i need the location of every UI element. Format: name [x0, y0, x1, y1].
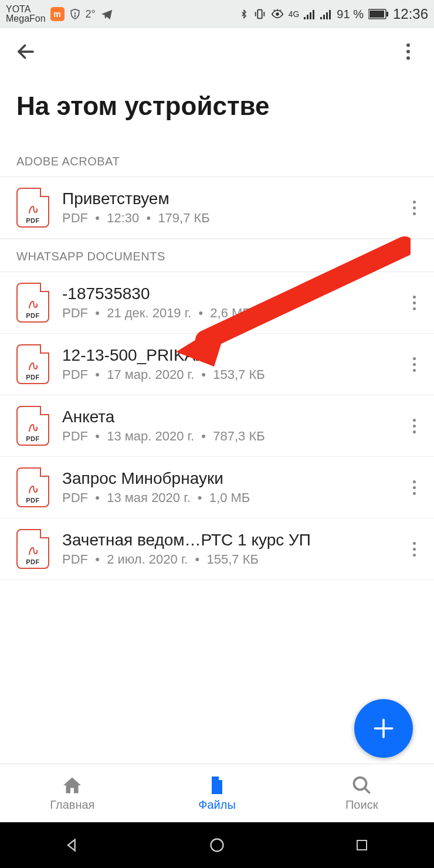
file-meta: PDF • 13 мая 2020 г. • 1,0 МБ — [62, 490, 402, 506]
telegram-icon — [100, 8, 113, 21]
file-info: Запрос Минобрнауки PDF • 13 мая 2020 г. … — [49, 469, 402, 506]
file-meta: PDF • 13 мар. 2020 г. • 787,3 КБ — [62, 429, 402, 444]
svg-point-5 — [276, 13, 279, 15]
nav-home-button[interactable] — [208, 836, 226, 855]
file-row[interactable]: PDF Зачетная ведом…РТС 1 курс УП PDF • 2… — [0, 518, 434, 580]
pdf-file-icon: PDF — [16, 283, 49, 323]
file-name: Анкета — [62, 408, 402, 426]
status-right: 4G 91 % 12:36 — [239, 6, 428, 22]
signal-2-icon — [320, 9, 332, 19]
tab-home[interactable]: Главная — [0, 764, 145, 822]
page-title: На этом устройстве — [0, 75, 434, 144]
tab-label: Поиск — [345, 798, 378, 812]
search-icon — [351, 775, 372, 796]
file-meta: PDF • 12:30 • 179,7 КБ — [62, 211, 402, 226]
file-name: 12-13-500_PRIKAZ — [62, 346, 402, 365]
pdf-file-icon: PDF — [16, 344, 49, 384]
file-meta: PDF • 17 мар. 2020 г. • 153,7 КБ — [62, 367, 402, 382]
file-meta: PDF • 21 дек. 2019 г. • 2,6 МБ — [62, 306, 402, 321]
temperature-text: 2° — [86, 8, 96, 21]
clock-text: 12:36 — [393, 6, 428, 22]
file-info: 12-13-500_PRIKAZ PDF • 17 мар. 2020 г. •… — [49, 346, 402, 382]
bluetooth-icon — [239, 8, 249, 21]
nav-recent-button[interactable] — [352, 836, 371, 855]
nav-back-button[interactable] — [63, 836, 82, 855]
svg-rect-18 — [369, 11, 384, 18]
file-name: Приветствуем — [62, 189, 402, 208]
file-name: Запрос Минобрнауки — [62, 469, 402, 488]
svg-rect-2 — [257, 10, 262, 19]
svg-rect-10 — [307, 15, 308, 19]
mi-app-icon: m — [50, 7, 65, 21]
file-row-menu-button[interactable] — [402, 357, 426, 372]
tab-search[interactable]: Поиск — [289, 764, 434, 822]
pdf-file-icon: PDF — [16, 406, 49, 446]
files-icon — [206, 775, 228, 796]
svg-rect-27 — [357, 840, 367, 850]
file-meta: PDF • 2 июл. 2020 г. • 155,7 КБ — [62, 552, 402, 567]
vibrate-icon — [253, 8, 266, 21]
status-left: YOTA MegaFon m 2° — [6, 5, 113, 23]
file-info: -187535830 PDF • 21 дек. 2019 г. • 2,6 М… — [49, 284, 402, 321]
status-bar: YOTA MegaFon m 2° 4G 91 % 1 — [0, 0, 434, 28]
svg-rect-13 — [320, 17, 322, 19]
svg-point-24 — [354, 778, 366, 790]
svg-rect-16 — [329, 10, 331, 19]
fab-add-button[interactable] — [354, 699, 413, 758]
tab-label: Файлы — [198, 798, 236, 812]
pdf-file-icon: PDF — [16, 188, 49, 228]
file-row-menu-button[interactable] — [402, 201, 426, 215]
svg-rect-9 — [304, 17, 306, 19]
overflow-menu-button[interactable] — [394, 38, 422, 66]
home-icon — [62, 775, 83, 796]
pdf-file-icon: PDF — [16, 529, 49, 569]
file-row-menu-button[interactable] — [402, 296, 426, 310]
file-info: Анкета PDF • 13 мар. 2020 г. • 787,3 КБ — [49, 408, 402, 444]
svg-rect-11 — [310, 12, 311, 19]
file-row[interactable]: PDF 12-13-500_PRIKAZ PDF • 17 мар. 2020 … — [0, 334, 434, 395]
section-header-whatsapp: WHATSAPP DOCUMENTS — [0, 239, 434, 272]
bottom-tab-bar: Главная Файлы Поиск — [0, 764, 434, 822]
network-label: 4G — [289, 9, 300, 19]
file-row-menu-button[interactable] — [402, 419, 426, 433]
svg-rect-12 — [313, 10, 314, 19]
svg-rect-19 — [386, 12, 388, 16]
shield-icon — [69, 8, 81, 20]
svg-point-26 — [211, 839, 223, 852]
file-row[interactable]: PDF Приветствуем PDF • 12:30 • 179,7 КБ — [0, 177, 434, 239]
svg-line-25 — [364, 788, 369, 794]
file-info: Зачетная ведом…РТС 1 курс УП PDF • 2 июл… — [49, 531, 402, 567]
file-row-menu-button[interactable] — [402, 480, 426, 495]
signal-1-icon — [304, 9, 316, 19]
pdf-file-icon: PDF — [16, 467, 49, 507]
tab-label: Главная — [50, 798, 94, 812]
svg-rect-15 — [326, 12, 328, 19]
file-row[interactable]: PDF Запрос Минобрнауки PDF • 13 мая 2020… — [0, 457, 434, 518]
battery-icon — [368, 9, 388, 19]
back-button[interactable] — [12, 38, 40, 66]
svg-point-1 — [74, 16, 75, 16]
battery-text: 91 % — [337, 8, 364, 21]
svg-rect-14 — [323, 15, 325, 19]
section-header-acrobat: ADOBE ACROBAT — [0, 144, 434, 177]
file-name: Зачетная ведом…РТС 1 курс УП — [62, 531, 402, 550]
file-info: Приветствуем PDF • 12:30 • 179,7 КБ — [49, 189, 402, 226]
file-row[interactable]: PDF -187535830 PDF • 21 дек. 2019 г. • 2… — [0, 272, 434, 334]
file-row-menu-button[interactable] — [402, 542, 426, 557]
file-name: -187535830 — [62, 284, 402, 303]
android-nav-bar — [0, 822, 434, 868]
tab-files[interactable]: Файлы — [145, 764, 290, 822]
file-row[interactable]: PDF Анкета PDF • 13 мар. 2020 г. • 787,3… — [0, 395, 434, 457]
eye-icon — [271, 8, 284, 21]
carrier-names: YOTA MegaFon — [6, 5, 46, 23]
app-bar — [0, 28, 434, 75]
